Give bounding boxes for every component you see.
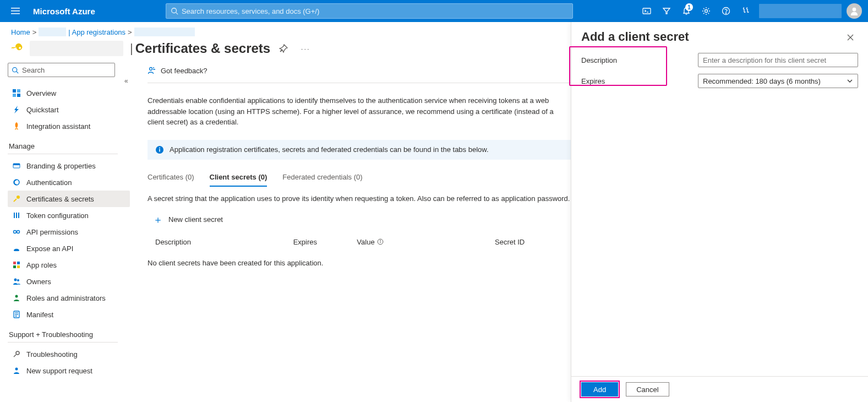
svg-point-22 bbox=[17, 195, 20, 199]
filter-icon bbox=[662, 7, 671, 15]
feedback-icon bbox=[741, 7, 750, 15]
collapse-sidebar-button[interactable]: « bbox=[124, 77, 128, 85]
svg-point-35 bbox=[15, 295, 18, 298]
nav-section-support: Support + Troubleshooting bbox=[8, 323, 130, 340]
plus-icon: ＋ bbox=[153, 215, 163, 225]
account-label-blank bbox=[759, 4, 842, 18]
svg-rect-30 bbox=[17, 262, 20, 264]
notifications-button[interactable]: 1 bbox=[676, 0, 696, 22]
description-field-label: Description bbox=[581, 56, 691, 64]
nav-integration-assistant[interactable]: Integration assistant bbox=[8, 118, 130, 134]
svg-point-13 bbox=[13, 67, 17, 72]
brand-label[interactable]: Microsoft Azure bbox=[26, 7, 102, 16]
svg-rect-2 bbox=[11, 13, 20, 14]
nav-certificates-secrets[interactable]: Certificates & secrets bbox=[8, 191, 130, 207]
more-actions-button[interactable]: ··· bbox=[297, 40, 314, 57]
column-expires: Expires bbox=[293, 238, 357, 246]
ellipsis-icon: ··· bbox=[301, 45, 310, 53]
app-name-blank bbox=[30, 41, 123, 56]
top-bar: Microsoft Azure Search resources, servic… bbox=[0, 0, 868, 22]
search-icon bbox=[171, 7, 178, 15]
svg-rect-25 bbox=[16, 213, 17, 218]
svg-point-11 bbox=[725, 13, 726, 13]
settings-button[interactable] bbox=[696, 0, 716, 22]
account-button[interactable] bbox=[845, 0, 864, 22]
chevron-down-icon bbox=[847, 78, 853, 84]
cloud-shell-button[interactable] bbox=[637, 0, 657, 22]
global-search-input[interactable]: Search resources, services, and docs (G+… bbox=[166, 3, 573, 19]
overview-icon bbox=[12, 89, 21, 97]
help-icon bbox=[722, 7, 730, 15]
nav-manifest[interactable]: Manifest bbox=[8, 306, 130, 323]
svg-marker-7 bbox=[663, 8, 670, 14]
sidebar-search-input[interactable]: Search bbox=[8, 63, 115, 77]
svg-rect-0 bbox=[11, 8, 20, 9]
svg-point-3 bbox=[172, 8, 177, 13]
svg-rect-16 bbox=[17, 89, 20, 93]
info-icon[interactable] bbox=[377, 238, 384, 245]
nav-new-support-request[interactable]: New support request bbox=[8, 362, 130, 379]
nav-overview[interactable]: Overview bbox=[8, 85, 130, 101]
svg-rect-15 bbox=[13, 89, 16, 93]
nav-api-permissions[interactable]: API permissions bbox=[8, 224, 130, 240]
svg-point-28 bbox=[17, 231, 20, 233]
search-icon bbox=[12, 67, 19, 74]
manifest-icon bbox=[12, 310, 21, 319]
rocket-icon bbox=[12, 122, 21, 131]
nav-section-manage: Manage bbox=[8, 134, 130, 151]
svg-line-4 bbox=[176, 13, 178, 15]
nav-quickstart[interactable]: Quickstart bbox=[8, 101, 130, 118]
global-search-placeholder: Search resources, services, and docs (G+… bbox=[182, 7, 319, 15]
hamburger-menu-button[interactable] bbox=[4, 0, 26, 22]
key-icon bbox=[12, 194, 21, 203]
directories-button[interactable] bbox=[657, 0, 676, 22]
credentials-description: Credentials enable confidential applicat… bbox=[148, 83, 577, 140]
breadcrumb-appreg[interactable]: | App registrations bbox=[68, 28, 125, 36]
nav-expose-api[interactable]: Expose an API bbox=[8, 240, 130, 257]
expires-selected-value: Recommended: 180 days (6 months) bbox=[703, 77, 821, 85]
svg-point-49 bbox=[380, 240, 380, 241]
support-icon bbox=[12, 366, 21, 375]
nav-branding[interactable]: Branding & properties bbox=[8, 157, 130, 174]
nav-token-configuration[interactable]: Token configuration bbox=[8, 207, 130, 224]
svg-point-12 bbox=[853, 8, 856, 12]
nav-app-roles[interactable]: App roles bbox=[8, 257, 130, 273]
svg-rect-26 bbox=[18, 213, 19, 218]
breadcrumb-home[interactable]: Home bbox=[11, 28, 30, 36]
nav-troubleshooting[interactable]: Troubleshooting bbox=[8, 346, 130, 362]
tab-certificates[interactable]: Certificates (0) bbox=[148, 173, 194, 187]
column-value: Value bbox=[357, 238, 495, 246]
breadcrumb-tenant-blank[interactable] bbox=[39, 28, 66, 36]
pin-button[interactable] bbox=[275, 40, 292, 57]
expose-api-icon bbox=[12, 244, 21, 253]
page-title: Certificates & secrets bbox=[135, 41, 270, 56]
avatar-icon bbox=[847, 3, 862, 19]
svg-rect-45 bbox=[159, 149, 160, 151]
new-client-secret-button[interactable]: ＋ New client secret bbox=[148, 210, 228, 229]
cancel-button[interactable]: Cancel bbox=[626, 382, 669, 396]
add-button[interactable]: Add bbox=[581, 382, 618, 396]
tab-client-secrets[interactable]: Client secrets (0) bbox=[210, 173, 268, 187]
nav-owners[interactable]: Owners bbox=[8, 273, 130, 290]
tab-federated-credentials[interactable]: Federated credentials (0) bbox=[282, 173, 362, 187]
sidebar: Search « Overview Quickstart Integration… bbox=[0, 59, 132, 402]
breadcrumb-app-blank[interactable] bbox=[134, 28, 195, 36]
hamburger-icon bbox=[11, 7, 20, 15]
troubleshooting-icon bbox=[12, 350, 21, 358]
expires-dropdown[interactable]: Recommended: 180 days (6 months) bbox=[698, 74, 858, 88]
nav-authentication[interactable]: Authentication bbox=[8, 174, 130, 191]
api-permissions-icon bbox=[12, 227, 21, 236]
app-roles-icon bbox=[12, 260, 21, 269]
description-input[interactable] bbox=[698, 53, 858, 67]
gear-icon bbox=[702, 7, 711, 15]
add-client-secret-panel: Add a client secret Description Expires … bbox=[571, 22, 868, 402]
nav-roles-administrators[interactable]: Roles and administrators bbox=[8, 290, 130, 306]
key-icon bbox=[11, 42, 23, 56]
expires-field-label: Expires bbox=[581, 77, 691, 85]
feedback-button[interactable] bbox=[736, 0, 756, 22]
help-button[interactable] bbox=[716, 0, 736, 22]
close-panel-button[interactable] bbox=[843, 30, 858, 45]
svg-point-34 bbox=[17, 279, 19, 281]
info-icon bbox=[155, 145, 164, 154]
svg-point-42 bbox=[15, 368, 18, 371]
